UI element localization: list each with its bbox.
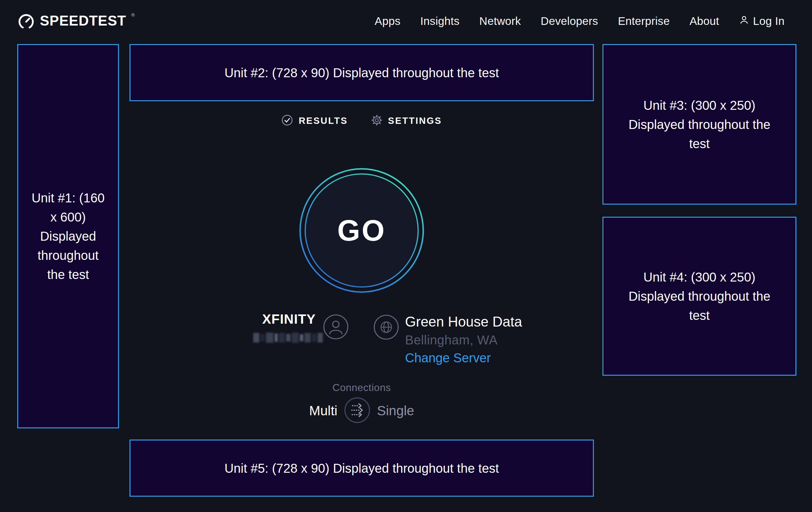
nav-item-about[interactable]: About: [690, 15, 719, 27]
check-circle-icon: [281, 114, 293, 127]
isp-name: XFINITY: [207, 312, 316, 327]
logo-trademark: ®: [132, 12, 135, 18]
ad-unit-5-label: Unit #5: (728 x 90) Displayed throughout…: [225, 459, 499, 478]
tab-settings[interactable]: SETTINGS: [371, 114, 442, 127]
multi-arrows-circle-icon[interactable]: [344, 397, 371, 425]
nav-item-apps[interactable]: Apps: [375, 15, 401, 27]
server-info: Green House Data Bellingham, WA Change S…: [405, 314, 522, 366]
nav-item-enterprise[interactable]: Enterprise: [618, 15, 670, 27]
server-location: Bellingham, WA: [405, 332, 522, 348]
redacted-ip-blur: [253, 331, 323, 344]
tab-settings-label: SETTINGS: [388, 115, 442, 126]
nav-item-developers[interactable]: Developers: [541, 15, 598, 27]
ad-unit-1-skyscraper: Unit #1: (160 x 600) Displayed throughou…: [17, 44, 119, 428]
login-label: Log In: [753, 15, 785, 27]
login-button[interactable]: Log In: [739, 15, 785, 27]
connections-toggle-row: Multi Single: [129, 397, 594, 425]
main-nav: Apps Insights Network Developers Enterpr…: [375, 15, 785, 27]
tab-results-label: RESULTS: [298, 115, 348, 126]
ad-unit-1-label: Unit #1: (160 x 600) Displayed throughou…: [28, 188, 109, 284]
person-icon: [739, 15, 749, 27]
user-circle-icon: [323, 314, 349, 340]
connections-label: Connections: [129, 382, 594, 394]
go-button-label: GO: [298, 167, 426, 294]
server-name: Green House Data: [405, 314, 522, 330]
ad-unit-4-rectangle: Unit #4: (300 x 250) Displayed throughou…: [603, 217, 796, 376]
logo-wordmark: SPEEDTEST: [40, 12, 126, 30]
ad-unit-2-label: Unit #2: (728 x 90) Displayed throughout…: [225, 63, 499, 82]
nav-item-network[interactable]: Network: [480, 15, 521, 27]
globe-circle-icon: [373, 314, 399, 340]
connections-multi-option[interactable]: Multi: [309, 403, 338, 419]
speedtest-logo[interactable]: SPEEDTEST ®: [18, 12, 135, 30]
ad-unit-2-leaderboard: Unit #2: (728 x 90) Displayed throughout…: [129, 44, 594, 101]
tab-results[interactable]: RESULTS: [281, 114, 348, 127]
speedometer-gauge-icon: [18, 12, 35, 30]
ad-unit-4-label: Unit #4: (300 x 250) Displayed throughou…: [625, 268, 774, 325]
connections-single-option[interactable]: Single: [377, 403, 414, 419]
change-server-link[interactable]: Change Server: [405, 350, 522, 366]
top-nav-bar: SPEEDTEST ® Apps Insights Network Develo…: [0, 0, 812, 42]
results-settings-tabs: RESULTS SETTINGS: [129, 114, 594, 127]
ad-unit-5-leaderboard: Unit #5: (728 x 90) Displayed throughout…: [129, 439, 594, 497]
nav-item-insights[interactable]: Insights: [420, 15, 460, 27]
go-button[interactable]: GO: [298, 167, 426, 294]
ad-unit-3-rectangle: Unit #3: (300 x 250) Displayed throughou…: [603, 44, 796, 205]
ad-unit-3-label: Unit #3: (300 x 250) Displayed throughou…: [625, 96, 774, 153]
gear-icon: [371, 114, 383, 127]
